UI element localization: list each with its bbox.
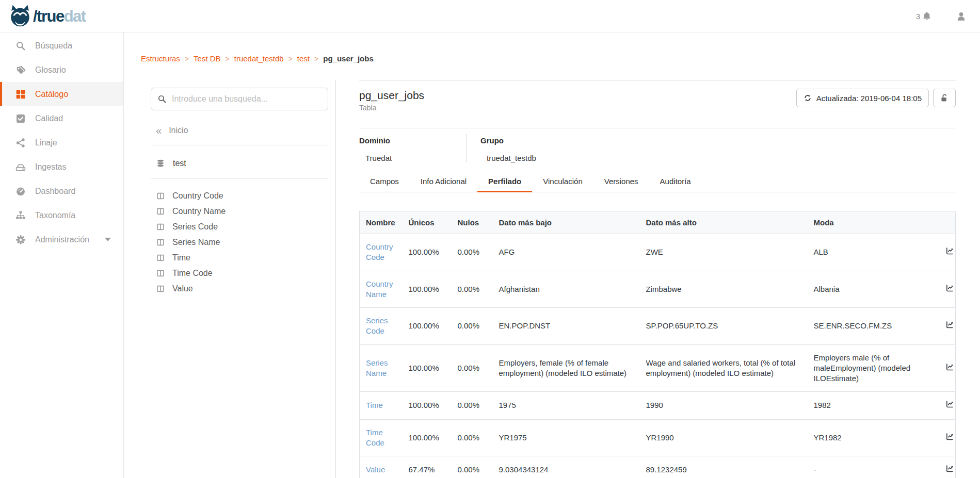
sidebar-item-label: Linaje [35,138,57,147]
page-title: pg_user_jobs [359,89,424,102]
field-link[interactable]: Time Code [366,428,384,447]
bell-icon [922,11,932,21]
user-menu-icon[interactable] [956,11,967,22]
chart-line-icon[interactable] [945,400,954,408]
table-row: Time 100.00% 0.00% 1975 1990 1982 [360,392,956,419]
share-icon [15,138,26,148]
breadcrumb-link-truedat-testdb[interactable]: truedat_testdb [234,54,284,63]
field-link[interactable]: Country Code [366,242,393,261]
field-link[interactable]: Time [366,401,383,409]
refresh-icon [804,94,812,102]
col-header-nulos: Nulos [452,211,493,234]
tab-campos[interactable]: Campos [359,174,410,192]
database-icon [156,159,165,168]
main-content: Estructuras>Test DB>truedat_testdb>test>… [124,32,980,478]
table-columns-icon [156,238,165,246]
unique-percent: 100.00% [403,344,452,392]
tab-versiones[interactable]: Versiones [593,174,649,192]
field-link[interactable]: Series Code [366,316,388,335]
truedat-logo[interactable]: /truedat [0,5,86,27]
tree-back-inicio[interactable]: « Inicio [156,123,328,138]
table-columns-icon [156,223,165,231]
tree-column-label: Series Name [172,238,220,247]
max-value: ZWE [640,234,808,271]
notification-count: 3 [916,12,920,21]
breadcrumb-link-estructuras[interactable]: Estructuras [141,54,180,63]
field-link[interactable]: Country Name [366,279,393,299]
notifications-button[interactable]: 3 [916,11,932,21]
unique-percent: 100.00% [403,392,452,419]
tree-column-series-name[interactable]: Series Name [151,235,328,250]
mode-value: SE.ENR.SECO.FM.ZS [808,308,939,345]
chart-line-icon[interactable] [945,432,954,441]
tab-auditoria[interactable]: Auditoría [649,174,702,192]
main-sidebar: Búsqueda Glosario Catálogo Calidad [0,32,124,478]
sidebar-item-label: Búsqueda [35,41,72,51]
divider [151,178,328,179]
table-columns-icon [156,285,165,293]
field-link[interactable]: Value [366,465,385,474]
profile-table: Nombre Únicos Nulos Dato más bajo Dato m… [359,211,956,478]
tree-column-time-code[interactable]: Time Code [151,266,328,281]
domain-value: Truedat [365,154,467,162]
angle-double-left-icon: « [156,125,162,136]
tree-column-country-name[interactable]: Country Name [151,204,328,219]
breadcrumb-link-testdb[interactable]: Test DB [194,54,221,63]
table-row: Value 67.47% 0.00% 9.0304343124 89.12324… [360,456,956,478]
breadcrumb-link-test[interactable]: test [297,54,310,63]
chart-line-icon[interactable] [945,320,954,329]
tree-column-label: Country Name [172,207,226,216]
max-value: Wage and salaried workers, total (% of t… [640,344,808,392]
domain-label: Dominio [359,134,467,145]
sidebar-item-glosario[interactable]: Glosario [0,58,123,82]
updated-label: Actualizada: 2019-06-04 18:05 [816,94,922,103]
tree-search-input[interactable] [172,94,322,104]
sidebar-item-taxonomia[interactable]: Taxonomía [0,203,123,227]
tree-column-value[interactable]: Value [151,281,328,296]
tab-vinculacion[interactable]: Vinculación [532,174,593,192]
field-link[interactable]: Series Name [366,358,388,377]
sidebar-item-catalogo[interactable]: Catálogo [0,82,123,106]
max-value: YR1990 [640,419,808,456]
sidebar-item-linaje[interactable]: Linaje [0,130,123,155]
tree-item-test[interactable]: test [156,155,328,172]
updated-button[interactable]: Actualizada: 2019-06-04 18:05 [796,89,929,107]
sidebar-item-label: Catálogo [35,90,68,99]
divider [151,145,328,145]
min-value: 9.0304343124 [493,456,640,478]
tab-perfilado[interactable]: Perfilado [477,174,532,192]
tree-column-time[interactable]: Time [151,250,328,266]
tab-info-adicional[interactable]: Info Adicional [410,174,477,192]
search-icon [15,41,26,51]
chart-line-icon[interactable] [945,246,954,255]
tree-column-country-code[interactable]: Country Code [151,188,328,204]
lock-button[interactable] [933,89,956,107]
sidebar-item-dashboard[interactable]: Dashboard [0,179,123,203]
chart-line-icon[interactable] [945,464,954,473]
mode-value: 1982 [808,392,939,419]
logo-text: /truedat [33,8,86,24]
max-value: 1990 [640,392,808,419]
tree-search-box [151,88,328,110]
min-value: EN.POP.DNST [493,308,640,345]
chart-line-icon[interactable] [945,362,954,371]
min-value: YR1975 [493,419,640,456]
structure-tree-panel: « Inicio test Country Code [124,80,336,478]
mode-value: Albania [808,271,939,308]
top-header: /truedat 3 [0,0,980,32]
table-columns-icon [156,269,165,277]
sidebar-item-calidad[interactable]: Calidad [0,106,123,130]
nulls-percent: 0.00% [452,271,493,308]
drive-icon [15,162,26,172]
sidebar-item-label: Taxonomía [35,211,75,220]
nulls-percent: 0.00% [452,419,493,456]
chart-line-icon[interactable] [945,284,954,292]
tree-column-series-code[interactable]: Series Code [151,219,328,235]
sidebar-item-administracion[interactable]: Administración [0,227,123,252]
sidebar-item-ingestas[interactable]: Ingestas [0,155,123,179]
unlock-icon [940,93,949,103]
table-columns-icon [156,254,165,262]
min-value: 1975 [493,392,640,419]
sidebar-item-busqueda[interactable]: Búsqueda [0,34,123,58]
table-row: Time Code 100.00% 0.00% YR1975 YR1990 YR… [360,419,956,456]
